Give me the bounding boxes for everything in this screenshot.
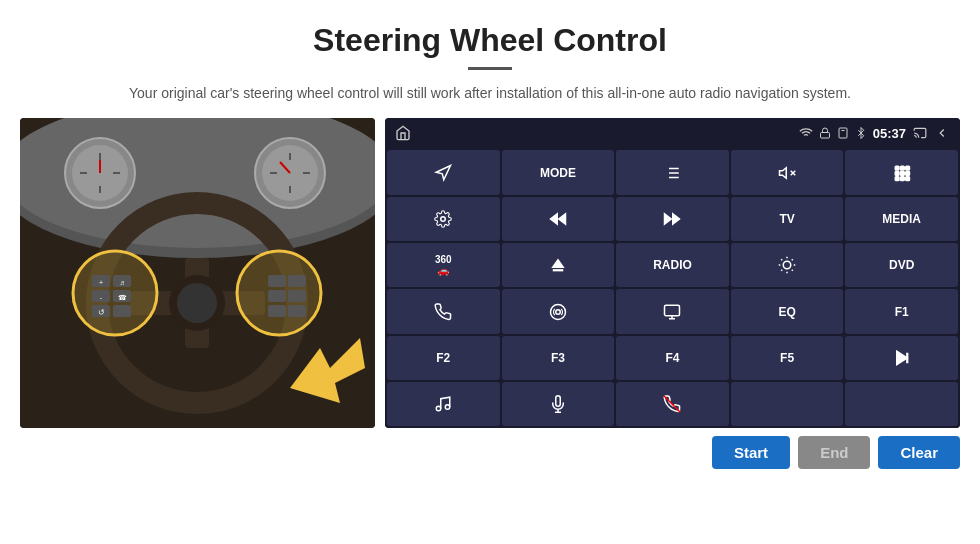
svg-rect-38 <box>288 275 306 287</box>
btn-blank2[interactable] <box>845 382 958 426</box>
bluetooth-icon <box>855 126 867 140</box>
back-icon <box>934 126 950 140</box>
svg-rect-63 <box>895 176 899 180</box>
play-pause-icon <box>893 349 911 367</box>
btn-mute[interactable] <box>731 150 844 194</box>
page-title: Steering Wheel Control <box>0 0 980 59</box>
screen-icon <box>663 303 681 321</box>
svg-marker-69 <box>673 214 680 225</box>
btn-apps[interactable] <box>845 150 958 194</box>
btn-media[interactable]: MEDIA <box>845 197 958 241</box>
panel-grid: MODE <box>385 148 960 428</box>
disc-icon <box>549 303 567 321</box>
btn-eject[interactable] <box>502 243 615 287</box>
svg-marker-70 <box>665 214 672 225</box>
btn-eq[interactable]: EQ <box>731 289 844 333</box>
radio-panel: 05:37 MODE <box>385 118 960 428</box>
content-area: + - ↺ ♬ ☎ <box>0 118 980 428</box>
status-time: 05:37 <box>873 126 906 141</box>
start-button[interactable]: Start <box>712 436 790 469</box>
btn-mic[interactable] <box>502 382 615 426</box>
svg-line-77 <box>792 270 793 271</box>
svg-text:☎: ☎ <box>118 294 127 301</box>
svg-point-89 <box>437 406 442 411</box>
svg-rect-39 <box>288 290 306 302</box>
status-bar: 05:37 <box>385 118 960 148</box>
title-divider <box>468 67 512 70</box>
btn-360[interactable]: 360🚗 <box>387 243 500 287</box>
svg-point-21 <box>177 283 217 323</box>
btn-call-end[interactable] <box>616 382 729 426</box>
svg-marker-47 <box>437 165 451 179</box>
svg-point-83 <box>556 309 561 314</box>
brightness-icon <box>778 256 796 274</box>
fast-forward-icon <box>663 210 681 228</box>
svg-rect-36 <box>268 290 286 302</box>
phone-icon <box>434 303 452 321</box>
sim-icon <box>837 126 849 140</box>
svg-rect-58 <box>900 166 904 170</box>
btn-list[interactable] <box>616 150 729 194</box>
btn-disc[interactable] <box>502 289 615 333</box>
bottom-bar: Start End Clear <box>0 428 980 477</box>
btn-tv[interactable]: TV <box>731 197 844 241</box>
btn-f4[interactable]: F4 <box>616 336 729 380</box>
mic-icon <box>549 395 567 413</box>
svg-point-82 <box>550 304 565 319</box>
btn-play-pause[interactable] <box>845 336 958 380</box>
subtitle-text: Your original car's steering wheel contr… <box>0 82 980 104</box>
svg-line-81 <box>792 259 793 260</box>
svg-marker-54 <box>780 167 787 178</box>
clear-button[interactable]: Clear <box>878 436 960 469</box>
svg-rect-59 <box>905 166 909 170</box>
btn-f3[interactable]: F3 <box>502 336 615 380</box>
car-image: + - ↺ ♬ ☎ <box>20 118 375 428</box>
btn-rewind[interactable] <box>502 197 615 241</box>
svg-marker-87 <box>896 351 907 365</box>
end-button[interactable]: End <box>798 436 870 469</box>
svg-marker-68 <box>559 214 566 225</box>
svg-rect-35 <box>268 275 286 287</box>
btn-brightness[interactable] <box>731 243 844 287</box>
svg-point-66 <box>441 217 446 222</box>
svg-marker-67 <box>550 214 557 225</box>
svg-rect-44 <box>839 128 847 138</box>
wifi-icon <box>799 126 813 140</box>
btn-radio[interactable]: RADIO <box>616 243 729 287</box>
svg-rect-65 <box>905 176 909 180</box>
svg-text:+: + <box>99 279 103 286</box>
svg-line-76 <box>781 259 782 260</box>
svg-rect-64 <box>900 176 904 180</box>
btn-fast-forward[interactable] <box>616 197 729 241</box>
btn-phone[interactable] <box>387 289 500 333</box>
btn-screen[interactable] <box>616 289 729 333</box>
btn-dvd[interactable]: DVD <box>845 243 958 287</box>
apps-icon <box>893 164 911 182</box>
eject-icon <box>549 256 567 274</box>
btn-navigate[interactable] <box>387 150 500 194</box>
svg-point-73 <box>783 261 791 269</box>
settings-circle-icon <box>434 210 452 228</box>
btn-f2[interactable]: F2 <box>387 336 500 380</box>
cast-icon <box>912 126 928 140</box>
btn-blank1[interactable] <box>731 382 844 426</box>
rewind-icon <box>549 210 567 228</box>
btn-f5[interactable]: F5 <box>731 336 844 380</box>
svg-rect-40 <box>288 305 306 317</box>
svg-point-90 <box>446 405 451 410</box>
svg-text:↺: ↺ <box>98 308 105 317</box>
btn-f1[interactable]: F1 <box>845 289 958 333</box>
btn-music[interactable] <box>387 382 500 426</box>
mute-icon <box>778 164 796 182</box>
svg-marker-71 <box>553 260 564 268</box>
btn-settings-circle[interactable] <box>387 197 500 241</box>
svg-rect-61 <box>900 171 904 175</box>
music-icon <box>434 395 452 413</box>
home-icon <box>395 125 411 141</box>
btn-mode[interactable]: MODE <box>502 150 615 194</box>
svg-rect-60 <box>895 171 899 175</box>
navigate-icon <box>434 164 452 182</box>
svg-text:♬: ♬ <box>119 279 124 286</box>
svg-line-80 <box>781 270 782 271</box>
svg-rect-43 <box>820 133 829 139</box>
